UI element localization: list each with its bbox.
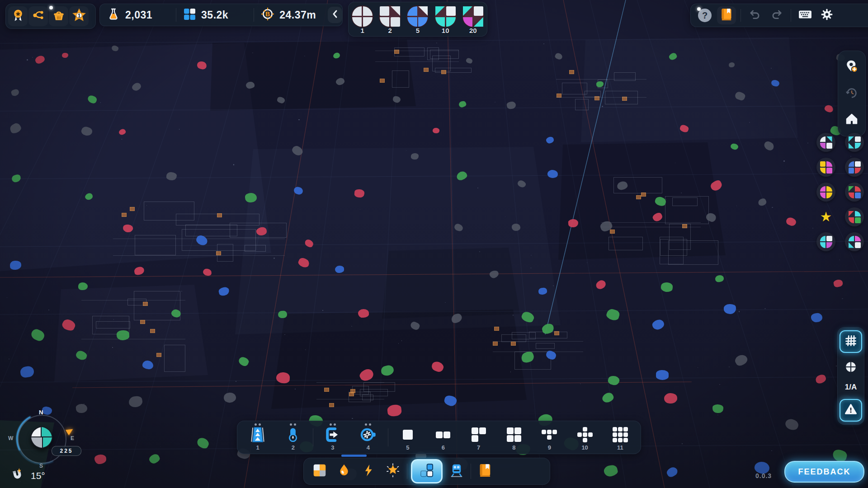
resource-node-green[interactable]	[601, 391, 615, 404]
operator-badge-6[interactable]	[845, 183, 864, 202]
achievements-button[interactable]	[8, 6, 28, 26]
resource-node-blue[interactable]	[218, 286, 230, 296]
resource-node-green[interactable]	[245, 193, 257, 202]
resource-node-blue[interactable]	[546, 136, 555, 144]
resource-node-gray[interactable]	[517, 179, 527, 189]
resource-node-red[interactable]	[297, 257, 311, 269]
resource-node-red[interactable]	[709, 179, 723, 192]
grid-overlay-toggle[interactable]	[840, 330, 862, 353]
resource-node-blue[interactable]	[293, 186, 304, 195]
resource-node-blue[interactable]	[651, 319, 665, 331]
resource-node-red[interactable]	[358, 309, 369, 318]
resource-node-green[interactable]	[380, 364, 395, 377]
resource-node-green[interactable]	[730, 143, 738, 150]
history-button[interactable]	[845, 86, 859, 102]
knowledge-button[interactable]	[717, 6, 736, 24]
resource-node-blue[interactable]	[547, 169, 558, 179]
resource-node-blue[interactable]	[19, 365, 34, 378]
resource-node-gray[interactable]	[276, 96, 285, 104]
resource-node-blue[interactable]	[443, 394, 458, 407]
resource-node-green[interactable]	[520, 310, 535, 324]
category-trains[interactable]	[446, 461, 467, 482]
world-map[interactable]	[0, 0, 868, 488]
shortcuts-button[interactable]	[796, 6, 815, 24]
resource-node-red[interactable]	[595, 279, 608, 290]
resource-node-red[interactable]	[433, 127, 440, 134]
resource-node-red[interactable]	[651, 212, 663, 223]
resource-node-green[interactable]	[519, 350, 535, 365]
resource-node-gray[interactable]	[9, 122, 23, 135]
category-guide[interactable]	[475, 461, 495, 482]
resource-node-red[interactable]	[824, 104, 835, 114]
resource-node-gray[interactable]	[555, 52, 563, 60]
toolbar-item-platform-corner[interactable]: 7	[463, 422, 495, 452]
shape-milestone-20[interactable]: 20	[460, 5, 486, 34]
toolbar-item-platform-t[interactable]: 9	[533, 422, 565, 452]
resource-node-blue[interactable]	[335, 265, 344, 273]
resource-node-red[interactable]	[358, 367, 375, 383]
undo-button[interactable]	[745, 6, 764, 24]
help-button[interactable]: ?	[695, 6, 714, 24]
shop-button[interactable]	[49, 6, 68, 26]
shape-milestone-10[interactable]: 10	[433, 5, 458, 34]
resource-node-blue[interactable]	[724, 304, 736, 314]
resource-node-red[interactable]	[276, 372, 290, 384]
resource-node-gray[interactable]	[489, 270, 500, 280]
resource-node-gray[interactable]	[335, 77, 345, 86]
shape-milestone-1[interactable]: 1	[350, 5, 375, 34]
resource-node-red[interactable]	[34, 54, 46, 65]
research-resource[interactable]: 2,031	[100, 4, 176, 26]
operator-badge-9[interactable]	[816, 232, 835, 251]
resource-node-green[interactable]	[606, 308, 621, 321]
resource-node-gray[interactable]	[763, 140, 776, 152]
resource-node-green[interactable]	[456, 170, 468, 181]
resource-node-green[interactable]	[668, 52, 678, 61]
resource-node-green[interactable]	[116, 330, 129, 341]
resource-node-gray[interactable]	[616, 180, 628, 192]
resource-node-gray[interactable]	[757, 197, 768, 206]
resource-node-red[interactable]	[118, 128, 126, 136]
home-button[interactable]	[845, 112, 859, 127]
settings-button[interactable]	[817, 6, 836, 24]
resource-node-red[interactable]	[61, 318, 77, 333]
resource-node-gray[interactable]	[246, 81, 255, 89]
resource-node-red[interactable]	[815, 374, 827, 385]
shape-overlay-toggle[interactable]	[843, 360, 859, 375]
resource-node-gray[interactable]	[450, 312, 463, 325]
resource-node-green[interactable]	[278, 311, 287, 319]
feedback-button[interactable]: FEEDBACK	[784, 461, 864, 483]
resource-node-blue[interactable]	[195, 234, 209, 247]
resource-node-red[interactable]	[303, 238, 314, 249]
resource-node-green[interactable]	[541, 322, 555, 334]
toolbar-item-extractor[interactable]: 3	[317, 422, 349, 452]
toolbar-item-belt[interactable]: 1	[242, 422, 274, 452]
category-energy[interactable]	[358, 461, 379, 482]
resource-node-red[interactable]	[255, 226, 267, 236]
resource-node-red[interactable]	[568, 219, 578, 227]
resource-node-red[interactable]	[679, 124, 689, 134]
operator-badge-5[interactable]	[816, 183, 835, 202]
resource-node-blue[interactable]	[665, 466, 679, 479]
resource-node-red[interactable]	[134, 266, 145, 276]
collapse-resources-button[interactable]	[328, 7, 342, 23]
resource-node-green[interactable]	[712, 404, 723, 413]
resource-node-gray[interactable]	[410, 321, 421, 331]
resource-node-green[interactable]	[84, 192, 94, 201]
toolbar-item-platform-1x1[interactable]: 5	[392, 422, 424, 452]
resource-node-gray[interactable]	[506, 101, 516, 109]
alerts-button[interactable]	[840, 399, 862, 422]
resource-node-blue[interactable]	[771, 80, 780, 87]
resource-node-gray[interactable]	[128, 395, 143, 408]
category-wonders[interactable]	[382, 461, 403, 482]
resource-node-red[interactable]	[354, 189, 365, 198]
resource-node-green[interactable]	[87, 94, 98, 104]
resource-node-red[interactable]	[833, 279, 843, 288]
resource-node-gray[interactable]	[111, 45, 119, 52]
resource-node-green[interactable]	[333, 52, 341, 59]
layer-indicator[interactable]: 1/A	[845, 383, 857, 392]
resource-node-gray[interactable]	[733, 352, 749, 367]
resource-node-gray[interactable]	[734, 91, 746, 102]
category-fluids[interactable]	[334, 461, 354, 482]
resource-node-gray[interactable]	[728, 62, 735, 68]
resource-node-blue[interactable]	[545, 349, 557, 360]
